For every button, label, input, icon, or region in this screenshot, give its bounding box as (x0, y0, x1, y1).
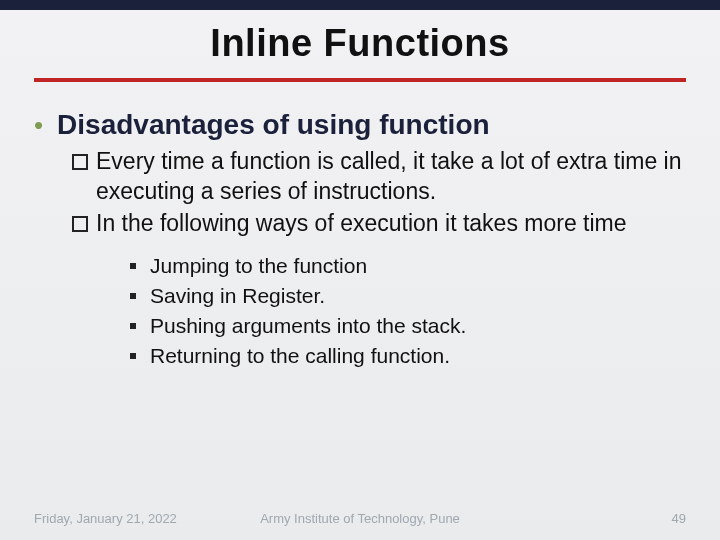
footer: Friday, January 21, 2022 Army Institute … (34, 511, 686, 526)
title-container: Inline Functions (0, 22, 720, 65)
list-item: Pushing arguments into the stack. (130, 312, 686, 340)
slide-title: Inline Functions (0, 22, 720, 65)
footer-date: Friday, January 21, 2022 (34, 511, 177, 526)
small-square-bullet-icon (130, 323, 136, 329)
content-area: • Disadvantages of using function Every … (34, 108, 686, 372)
list-item: • Disadvantages of using function (34, 108, 686, 142)
title-underline (34, 78, 686, 82)
section-heading: Disadvantages of using function (57, 108, 489, 142)
square-bullet-icon (72, 216, 88, 232)
square-bullet-icon (72, 154, 88, 170)
small-square-bullet-icon (130, 263, 136, 269)
list-item: In the following ways of execution it ta… (72, 208, 686, 238)
list-item: Every time a function is called, it take… (72, 146, 686, 206)
bullet-dot-icon: • (34, 108, 43, 142)
subpoint-text: Pushing arguments into the stack. (150, 312, 466, 340)
point-text: In the following ways of execution it ta… (96, 208, 627, 238)
sub-sub-list: Jumping to the function Saving in Regist… (130, 252, 686, 370)
list-item: Jumping to the function (130, 252, 686, 280)
footer-page-number: 49 (672, 511, 686, 526)
top-accent-bar (0, 0, 720, 10)
subpoint-text: Returning to the calling function. (150, 342, 450, 370)
sub-list: Every time a function is called, it take… (72, 146, 686, 370)
subpoint-text: Saving in Register. (150, 282, 325, 310)
list-item: Returning to the calling function. (130, 342, 686, 370)
small-square-bullet-icon (130, 353, 136, 359)
list-item: Saving in Register. (130, 282, 686, 310)
point-text: Every time a function is called, it take… (96, 146, 686, 206)
subpoint-text: Jumping to the function (150, 252, 367, 280)
slide: Inline Functions • Disadvantages of usin… (0, 0, 720, 540)
small-square-bullet-icon (130, 293, 136, 299)
